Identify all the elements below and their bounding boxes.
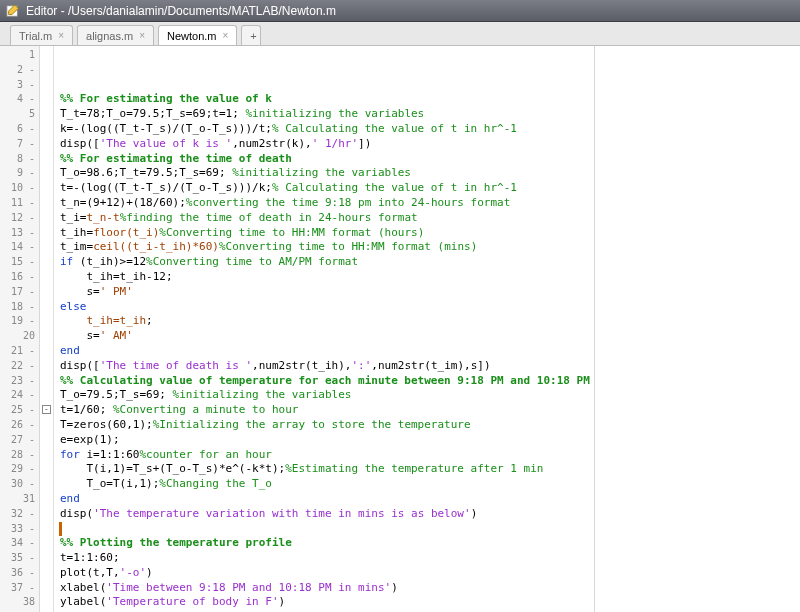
line-number: 12 -	[0, 211, 35, 226]
code-token: T_o=T(i,1);	[60, 477, 159, 490]
line-number: 29 -	[0, 462, 35, 477]
code-token: disp([	[60, 359, 100, 372]
code-token: end	[60, 492, 80, 505]
code-line[interactable]: %% For estimating the value of k	[60, 92, 800, 107]
line-number: 11 -	[0, 196, 35, 211]
code-line[interactable]: e=exp(1);	[60, 433, 800, 448]
code-token: 'Temperature of body in F'	[106, 595, 278, 608]
code-token: s=	[60, 285, 100, 298]
code-line[interactable]: T_o=79.5;T_s=69; %initializing the varia…	[60, 388, 800, 403]
code-token: t_i=	[60, 211, 87, 224]
code-line[interactable]: plot(t,T,'-o')	[60, 566, 800, 581]
code-line[interactable]: T_t=78;T_o=79.5;T_s=69;t=1; %initializin…	[60, 107, 800, 122]
line-number: 34 -	[0, 536, 35, 551]
code-line[interactable]	[60, 522, 800, 537]
code-line[interactable]: s=' AM'	[60, 329, 800, 344]
code-token: t_ih=t_ih	[87, 314, 147, 327]
code-line[interactable]: t=-(log((T_t-T_s)/(T_o-T_s)))/k;% Calcul…	[60, 181, 800, 196]
code-line[interactable]: t_ih=floor(t_i)%Converting time to HH:MM…	[60, 226, 800, 241]
code-line[interactable]: t=1:1:60;	[60, 551, 800, 566]
code-line[interactable]: t=1/60; %Converting a minute to hour	[60, 403, 800, 418]
code-line[interactable]: T=zeros(60,1);%Initializing the array to…	[60, 418, 800, 433]
close-icon[interactable]: ×	[58, 30, 64, 41]
code-token: ;	[146, 314, 153, 327]
new-tab-button[interactable]: +	[241, 25, 261, 45]
code-token: ylabel(	[60, 595, 106, 608]
line-number: 15 -	[0, 255, 35, 270]
code-token: t=-(log((T_t-T_s)/(T_o-T_s)))/k;	[60, 181, 272, 194]
code-line[interactable]: t_ih=t_ih;	[60, 314, 800, 329]
line-number: 10 -	[0, 181, 35, 196]
code-token: for	[60, 448, 80, 461]
code-line[interactable]: end	[60, 344, 800, 359]
code-token: k=-(log((T_t-T_s)/(T_o-T_s)))/t;	[60, 122, 272, 135]
code-line[interactable]: t_i=t_n-t%finding the time of death in 2…	[60, 211, 800, 226]
line-number: 4 -	[0, 92, 35, 107]
line-number: 16 -	[0, 270, 35, 285]
code-line[interactable]: T_o=98.6;T_t=79.5;T_s=69; %initializing …	[60, 166, 800, 181]
tab-alignas-m[interactable]: alignas.m×	[77, 25, 154, 45]
tab-trial-m[interactable]: Trial.m×	[10, 25, 73, 45]
tab-newton-m[interactable]: Newton.m×	[158, 25, 237, 45]
code-token: %Converting a minute to hour	[113, 403, 298, 416]
line-number: 22 -	[0, 359, 35, 374]
tab-label: Trial.m	[19, 30, 52, 42]
line-number: 8 -	[0, 152, 35, 167]
line-number: 37 -	[0, 581, 35, 596]
code-token: %Converting time to AM/PM format	[146, 255, 358, 268]
code-area[interactable]: %% For estimating the value of kT_t=78;T…	[54, 46, 800, 612]
line-number: 7 -	[0, 137, 35, 152]
code-token: ,num2str(k),	[232, 137, 311, 150]
code-token: )	[279, 595, 286, 608]
code-token: % Calculating the value of t in hr^-1	[272, 181, 517, 194]
line-number: 24 -	[0, 388, 35, 403]
code-token: %% For estimating the value of k	[60, 92, 272, 105]
code-token: ':'	[351, 359, 371, 372]
code-token: T(i,1)=T_s+(T_o-T_s)*e^(-k*t);	[60, 462, 285, 475]
code-token: ' AM'	[100, 329, 133, 342]
code-line[interactable]: T_o=T(i,1);%Changing the T_o	[60, 477, 800, 492]
code-line[interactable]: end	[60, 492, 800, 507]
code-token: 'The temperature variation with time in …	[93, 507, 471, 520]
code-line[interactable]: disp(['The time of death is ',num2str(t_…	[60, 359, 800, 374]
code-token: t_ih=	[60, 226, 93, 239]
code-line[interactable]: else	[60, 300, 800, 315]
code-line[interactable]: %% For estimating the time of death	[60, 152, 800, 167]
code-token: t_ih=t_ih-12;	[60, 270, 173, 283]
code-line[interactable]: %% Calculating value of temperature for …	[60, 374, 800, 389]
code-line[interactable]: s=' PM'	[60, 285, 800, 300]
code-token: %counter for an hour	[139, 448, 271, 461]
code-line[interactable]: %% Plotting the temperature profile	[60, 536, 800, 551]
line-number: 27 -	[0, 433, 35, 448]
code-line[interactable]: disp('The temperature variation with tim…	[60, 507, 800, 522]
close-icon[interactable]: ×	[139, 30, 145, 41]
close-icon[interactable]: ×	[223, 30, 229, 41]
code-line[interactable]: if (t_ih)>=12%Converting time to AM/PM f…	[60, 255, 800, 270]
line-number: 21 -	[0, 344, 35, 359]
code-line[interactable]: ylabel('Temperature of body in F')	[60, 595, 800, 610]
code-token: T_t=78;T_o=79.5;T_s=69;t=1;	[60, 107, 245, 120]
code-line[interactable]: t_ih=t_ih-12;	[60, 270, 800, 285]
code-line[interactable]: for i=1:1:60%counter for an hour	[60, 448, 800, 463]
line-number: 30 -	[0, 477, 35, 492]
code-token: else	[60, 300, 87, 313]
code-line[interactable]: k=-(log((T_t-T_s)/(T_o-T_s)))/t;% Calcul…	[60, 122, 800, 137]
line-number: 25 -	[0, 403, 35, 418]
line-number: 14 -	[0, 240, 35, 255]
fold-gutter[interactable]: -	[40, 46, 54, 612]
code-line[interactable]: t_n=(9+12)+(18/60);%converting the time …	[60, 196, 800, 211]
line-number: 18 -	[0, 300, 35, 315]
line-number: 2 -	[0, 63, 35, 78]
editor[interactable]: 12 -3 -4 -56 -7 -8 -9 -10 -11 -12 -13 -1…	[0, 46, 800, 612]
code-line[interactable]: disp(['The value of k is ',num2str(k),' …	[60, 137, 800, 152]
code-line[interactable]: xlabel('Time between 9:18 PM and 10:18 P…	[60, 581, 800, 596]
fold-toggle[interactable]: -	[42, 405, 51, 414]
code-line[interactable]: t_im=ceil((t_i-t_ih)*60)%Converting time…	[60, 240, 800, 255]
code-token: )	[146, 566, 153, 579]
line-number: 31	[0, 492, 35, 507]
line-number: 3 -	[0, 78, 35, 93]
code-line[interactable]: T(i,1)=T_s+(T_o-T_s)*e^(-k*t);%Estimatin…	[60, 462, 800, 477]
line-number: 6 -	[0, 122, 35, 137]
line-number: 28 -	[0, 448, 35, 463]
code-token: %Converting time to HH:MM format (hours)	[159, 226, 424, 239]
